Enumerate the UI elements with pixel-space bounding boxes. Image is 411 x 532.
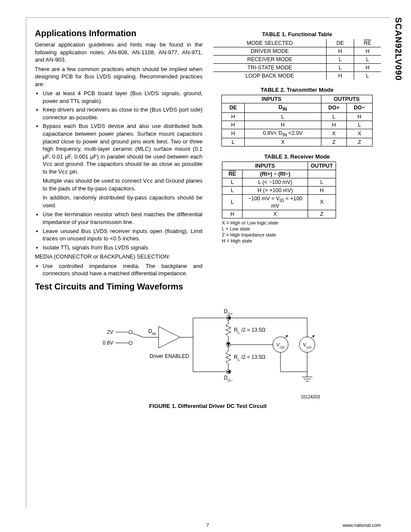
bullet-4: Use the termination resistor which best …: [43, 211, 202, 226]
t1-h1: DE: [327, 39, 354, 47]
svg-text:DIN: DIN: [148, 328, 156, 336]
table1-title: TABLE 1. Functional Table: [213, 31, 381, 37]
svg-text:2V: 2V: [107, 329, 113, 335]
bullet-3: Bypass each Bus LVDS device and also use…: [43, 122, 202, 175]
bullet-2: Keep drivers and receivers as close to t…: [43, 106, 202, 121]
svg-text:DO−: DO−: [224, 375, 233, 383]
bullet-6: Isolate TTL signals from Bus LVDS signal…: [43, 244, 202, 252]
t3-h1: (RI+) − (RI−): [243, 170, 308, 178]
bullet-7: Use controlled impedance media. The back…: [43, 262, 202, 277]
svg-text:RL /2  =  13.5Ω: RL /2 = 13.5Ω: [234, 354, 265, 362]
t1-h2: RE: [354, 39, 381, 47]
intro-p1: General application guidelines and hints…: [35, 41, 202, 64]
page-number: 7: [206, 523, 209, 528]
t2-h3: DO−: [347, 103, 372, 113]
bullet-1: Use at least 4 PCB board layer (Bus LVDS…: [43, 90, 202, 105]
svg-point-37: [299, 337, 315, 352]
intro-p2: There are a few common practices which s…: [35, 65, 202, 88]
bullet-5: Leave unused Bus LVDS receiver inputs op…: [43, 227, 202, 243]
t2-h1: DIN: [244, 103, 321, 113]
svg-marker-39: [312, 335, 314, 338]
footer-url: www.national.com: [342, 523, 381, 528]
t1-h0: MODE SELECTED: [213, 39, 327, 47]
table3: INPUTS OUTPUT RE (RI+) − (RI−) LL (< −10…: [222, 162, 336, 218]
svg-text:DO+: DO+: [224, 308, 233, 316]
section-test-title: Test Circuits and Timing Waveforms: [35, 282, 202, 292]
media-line: MEDIA (CONNECTOR or BACKPLANE) SELECTION…: [35, 253, 202, 261]
svg-point-3: [129, 330, 132, 334]
svg-marker-9: [159, 327, 180, 348]
figure-1: 2V 0.8V DIN Driver ENABLED: [35, 303, 381, 409]
table1: MODE SELECTED DE RE DRIVER MODEHH RECEIV…: [213, 39, 381, 80]
legend: X = High or Low logic state L = Low stat…: [222, 220, 381, 244]
content-frame: Applications Information General applica…: [26, 17, 389, 508]
svg-text:0.8V: 0.8V: [103, 340, 113, 346]
table2-title: TABLE 2. Transmitter Mode: [213, 87, 381, 93]
part-number-vertical: SCAN92LV090: [393, 17, 403, 81]
t3-h0: RE: [222, 170, 243, 178]
table3-title: TABLE 3. Receiver Mode: [213, 153, 381, 160]
t3-g-in: INPUTS: [222, 162, 308, 170]
t2-h0: DE: [222, 103, 244, 113]
t2-g-out: OUTPUTS: [321, 95, 372, 103]
svg-marker-33: [286, 335, 288, 338]
section-apps-title: Applications Information: [35, 28, 202, 38]
table2: INPUTS OUTPUTS DE DIN DO+ DO− HLLH HHHL …: [221, 95, 372, 146]
bullet-3-sub2: In addition, randomly distributed by-pas…: [43, 194, 202, 209]
svg-point-5: [129, 341, 132, 345]
figure-caption: FIGURE 1. Differential Driver DC Test Ci…: [35, 403, 381, 409]
figure-id: 10124203: [96, 395, 320, 399]
svg-point-31: [273, 337, 288, 352]
svg-text:RL /2  =  13.5Ω: RL /2 = 13.5Ω: [234, 327, 265, 335]
svg-text:Driver ENABLED: Driver ENABLED: [149, 353, 189, 359]
svg-line-6: [132, 333, 143, 337]
t3-g-out: OUTPUT: [308, 162, 336, 170]
t2-g-in: INPUTS: [222, 95, 321, 103]
t2-h2: DO+: [321, 103, 346, 113]
bullet-3-sub1: Multiple vias should be used to connect …: [43, 177, 202, 192]
